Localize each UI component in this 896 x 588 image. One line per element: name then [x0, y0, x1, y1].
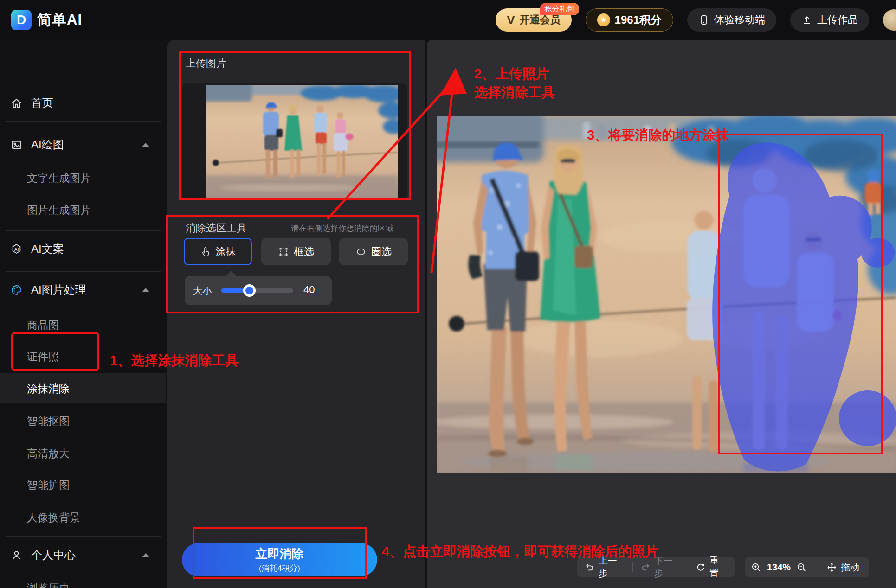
- reset-icon: [696, 562, 706, 573]
- divider: [6, 271, 161, 272]
- erase-now-label: 立即消除: [256, 546, 304, 562]
- erase-cost-label: (消耗4积分): [259, 563, 300, 574]
- sidebar-item-browse-history[interactable]: 浏览历史: [27, 581, 70, 588]
- beach-photo-canvas[interactable]: [437, 116, 896, 473]
- header-actions: V 开通会员 积分礼包 ★ 1961积分 体验移动端 上传作品: [496, 0, 869, 40]
- tool-circle-select-button[interactable]: 圈选: [339, 238, 408, 265]
- sidebar-item-smart-expand[interactable]: 智能扩图: [27, 478, 70, 492]
- sidebar-group-label: AI图片处理: [31, 282, 86, 297]
- vip-v-icon: V: [507, 13, 515, 27]
- logo-icon: D: [11, 10, 32, 30]
- zoom-toolbar: 134% 拖动: [745, 557, 869, 577]
- move-icon: [826, 562, 837, 573]
- phone-icon: [698, 14, 709, 26]
- zoom-in-icon[interactable]: [751, 562, 761, 573]
- zoom-level: 134%: [767, 562, 791, 573]
- sidebar-item-image-to-image[interactable]: 图片生成图片: [27, 203, 91, 217]
- undo-button[interactable]: 上一步: [577, 555, 632, 580]
- upload-work-label: 上传作品: [817, 13, 858, 27]
- undo-icon: [585, 562, 595, 573]
- upload-section-title: 上传图片: [186, 57, 226, 70]
- uploaded-image-thumbnail[interactable]: [206, 85, 398, 198]
- uploaded-image-well[interactable]: [182, 83, 407, 199]
- history-toolbar: 上一步 下一步 重置: [577, 557, 735, 577]
- logo-text: 简单AI: [37, 10, 82, 30]
- hand-icon: [200, 246, 211, 257]
- erase-tool-panel: 上传图片: [167, 40, 425, 588]
- sidebar-item-portrait-bg[interactable]: 人像换背景: [27, 511, 80, 525]
- sidebar-item-product-image[interactable]: 商品图: [27, 318, 59, 332]
- user-icon: [10, 549, 23, 562]
- zoom-out-icon[interactable]: [796, 562, 807, 573]
- collapse-arrow-icon: [142, 143, 149, 147]
- logo: D 简单AI: [11, 0, 82, 40]
- image-icon: [10, 139, 23, 151]
- divider: [6, 230, 161, 231]
- points-label: 1961积分: [615, 13, 662, 27]
- sidebar: 首页 AI绘图 文字生成图片 图片生成图片 AI AI文案 AI图片处理 商品图…: [0, 40, 166, 588]
- sidebar-item-id-photo[interactable]: 证件照: [27, 350, 59, 364]
- upload-icon: [801, 14, 812, 26]
- collapse-arrow-icon: [142, 288, 149, 292]
- divider: [815, 562, 815, 572]
- erase-now-button[interactable]: 立即消除 (消耗4积分): [182, 543, 377, 576]
- redo-button[interactable]: 下一步: [633, 555, 688, 580]
- tool-box-select-label: 框选: [294, 245, 314, 259]
- circle-select-icon: [355, 246, 367, 257]
- brush-size-slider[interactable]: [221, 288, 293, 293]
- sidebar-group-ai-draw[interactable]: AI绘图: [10, 137, 149, 152]
- divider: [6, 121, 161, 122]
- sidebar-group-label: 个人中心: [31, 548, 76, 562]
- sidebar-item-hd-upscale[interactable]: 高清放大: [27, 447, 70, 461]
- sidebar-item-smart-matting[interactable]: 智能抠图: [27, 414, 70, 428]
- points-button[interactable]: ★ 1961积分: [586, 8, 673, 32]
- tool-smear-label: 涂抹: [216, 245, 236, 259]
- vip-button[interactable]: V 开通会员 积分礼包: [496, 8, 571, 32]
- collapse-arrow-icon: [142, 553, 149, 557]
- drag-label: 拖动: [841, 561, 859, 574]
- tool-circle-select-label: 圈选: [371, 245, 392, 259]
- palette-icon: [10, 284, 23, 296]
- redo-icon: [640, 562, 651, 573]
- brush-size-slider-thumb[interactable]: [243, 284, 256, 297]
- sidebar-group-label: AI绘图: [31, 137, 64, 152]
- tools-section-title: 消除选区工具: [186, 221, 247, 235]
- ai-copy-icon: AI: [10, 243, 23, 256]
- sidebar-item-label: AI文案: [31, 242, 64, 256]
- divider: [6, 536, 161, 537]
- sidebar-item-home[interactable]: 首页: [10, 96, 53, 110]
- sidebar-active-highlight: [0, 373, 166, 403]
- tool-smear-button[interactable]: 涂抹: [184, 238, 252, 265]
- upload-work-button[interactable]: 上传作品: [790, 8, 869, 32]
- points-gift-badge: 积分礼包: [540, 3, 579, 15]
- home-icon: [10, 97, 23, 109]
- sidebar-group-personal-center[interactable]: 个人中心: [10, 548, 149, 562]
- sidebar-item-text-to-image[interactable]: 文字生成图片: [27, 171, 91, 185]
- brush-size-value: 40: [303, 284, 315, 296]
- undo-label: 上一步: [599, 555, 625, 580]
- sidebar-item-ai-copywriting[interactable]: AI AI文案: [10, 242, 64, 256]
- reset-button[interactable]: 重置: [688, 555, 735, 580]
- reset-label: 重置: [709, 555, 727, 580]
- popover-pointer: [226, 271, 237, 276]
- sidebar-item-smear-erase[interactable]: 涂抹消除: [27, 382, 70, 396]
- coin-icon: ★: [597, 13, 610, 26]
- mobile-app-label: 体验移动端: [714, 13, 765, 27]
- brush-size-popover: 大小 40: [185, 276, 332, 305]
- drag-button[interactable]: 拖动: [819, 561, 867, 574]
- sidebar-group-ai-image[interactable]: AI图片处理: [10, 282, 149, 297]
- tools-hint: 请在右侧选择你想消除的区域: [291, 223, 393, 234]
- tool-box-select-button[interactable]: 框选: [261, 238, 331, 265]
- header: D 简单AI V 开通会员 积分礼包 ★ 1961积分 体验移动端 上传作品: [0, 0, 896, 40]
- avatar[interactable]: [883, 9, 896, 31]
- brush-size-label: 大小: [193, 285, 212, 297]
- svg-text:AI: AI: [14, 246, 19, 251]
- box-select-icon: [278, 246, 289, 257]
- sidebar-item-label: 首页: [31, 96, 53, 110]
- redo-label: 下一步: [654, 555, 680, 580]
- mobile-app-button[interactable]: 体验移动端: [687, 8, 776, 32]
- canvas-panel: 上一步 下一步 重置 134% 拖动: [427, 40, 896, 588]
